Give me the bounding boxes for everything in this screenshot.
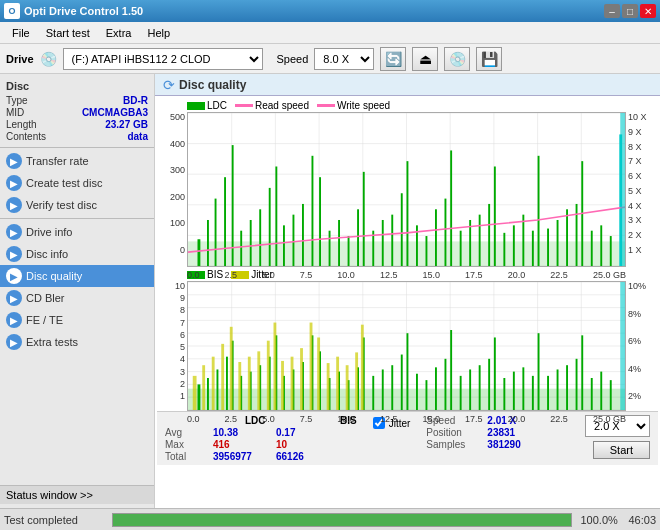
disc-info-block: Type BD-R MID CMCMAGBA3 Length 23.27 GB … — [0, 93, 154, 145]
disc-quality-label: Disc quality — [26, 270, 82, 282]
svg-rect-138 — [202, 365, 205, 410]
svg-rect-45 — [445, 199, 447, 266]
samples-label: Samples — [426, 439, 481, 450]
app-icon: O — [4, 3, 20, 19]
menu-help[interactable]: Help — [139, 25, 178, 41]
svg-rect-25 — [269, 188, 271, 266]
maximize-button[interactable]: □ — [622, 4, 638, 18]
svg-rect-52 — [503, 233, 505, 266]
svg-rect-134 — [591, 378, 593, 410]
svg-rect-122 — [488, 359, 490, 410]
menu-start-test[interactable]: Start test — [38, 25, 98, 41]
svg-rect-18 — [207, 220, 209, 266]
svg-rect-58 — [557, 220, 559, 266]
svg-rect-128 — [538, 333, 540, 410]
refresh-button[interactable]: 🔄 — [380, 47, 406, 71]
eject-button[interactable]: ⏏ — [412, 47, 438, 71]
svg-rect-139 — [212, 357, 215, 410]
stats-avg-row: Avg 10.38 0.17 — [165, 427, 357, 438]
sidebar-item-verify-test-disc[interactable]: ▶ Verify test disc — [0, 194, 154, 216]
menu-file[interactable]: File — [4, 25, 38, 41]
titlebar: O Opti Drive Control 1.50 – □ ✕ — [0, 0, 660, 22]
total-bis-val: 66126 — [276, 451, 304, 462]
position-val: 23831 — [487, 427, 515, 438]
sidebar-item-drive-info[interactable]: ▶ Drive info — [0, 221, 154, 243]
create-test-disc-icon: ▶ — [6, 175, 22, 191]
sidebar-item-create-test-disc[interactable]: ▶ Create test disc — [0, 172, 154, 194]
svg-rect-27 — [283, 225, 285, 266]
svg-rect-41 — [407, 161, 409, 266]
disc-button[interactable]: 💿 — [444, 47, 470, 71]
drive-select[interactable]: (F:) ATAPI iHBS112 2 CLOD — [63, 48, 263, 70]
svg-rect-53 — [513, 225, 515, 266]
cd-bler-icon: ▶ — [6, 290, 22, 306]
svg-rect-156 — [361, 325, 364, 410]
max-bis-val: 10 — [276, 439, 287, 450]
ldc-color — [187, 102, 205, 110]
svg-rect-126 — [522, 367, 524, 410]
svg-rect-39 — [391, 215, 393, 266]
read-speed-legend: Read speed — [235, 100, 309, 111]
disc-length-row: Length 23.27 GB — [6, 119, 148, 130]
divider2 — [0, 218, 154, 219]
fe-te-icon: ▶ — [6, 312, 22, 328]
avg-ldc-val: 10.38 — [213, 427, 268, 438]
svg-rect-153 — [336, 357, 339, 410]
svg-rect-46 — [450, 150, 452, 266]
stats-max-row: Max 416 10 — [165, 439, 357, 450]
progress-percent: 100.0% — [580, 514, 620, 526]
disc-quality-icon: ▶ — [6, 268, 22, 284]
sidebar-item-cd-bler[interactable]: ▶ CD Bler — [0, 287, 154, 309]
svg-rect-59 — [566, 209, 568, 266]
close-button[interactable]: ✕ — [640, 4, 656, 18]
chart2-y-left: 10 9 8 7 6 5 4 3 2 1 — [157, 281, 187, 411]
svg-rect-143 — [248, 357, 251, 410]
status-window-button[interactable]: Status window >> — [0, 485, 154, 504]
menu-extra[interactable]: Extra — [98, 25, 140, 41]
save-button[interactable]: 💾 — [476, 47, 502, 71]
minimize-button[interactable]: – — [604, 4, 620, 18]
svg-rect-56 — [538, 156, 540, 266]
content-header-icon: ⟳ — [163, 77, 175, 93]
svg-rect-125 — [513, 372, 515, 410]
window-controls: – □ ✕ — [604, 4, 656, 18]
chart1-svg-wrap: 0.0 2.5 5.0 7.5 10.0 12.5 15.0 17.5 20.0… — [187, 112, 626, 267]
divider1 — [0, 147, 154, 148]
avg-label: Avg — [165, 427, 205, 438]
speed-select[interactable]: 8.0 X — [314, 48, 374, 70]
content-header-title: Disc quality — [179, 78, 246, 92]
svg-rect-127 — [532, 376, 534, 410]
chart1-container: 500 400 300 200 100 0 — [157, 112, 658, 267]
svg-rect-123 — [494, 337, 496, 410]
extra-tests-label: Extra tests — [26, 336, 78, 348]
disc-mid-val: CMCMAGBA3 — [82, 107, 148, 118]
sidebar-item-transfer-rate[interactable]: ▶ Transfer rate — [0, 150, 154, 172]
create-test-disc-label: Create test disc — [26, 177, 102, 189]
drivebar: Drive 💿 (F:) ATAPI iHBS112 2 CLOD Speed … — [0, 44, 660, 74]
sidebar: Disc Type BD-R MID CMCMAGBA3 Length 23.2… — [0, 74, 155, 508]
disc-mid-row: MID CMCMAGBA3 — [6, 107, 148, 118]
disc-length-label: Length — [6, 119, 37, 130]
start-button[interactable]: Start — [593, 441, 650, 459]
svg-rect-130 — [557, 369, 559, 410]
chart1-y-left: 500 400 300 200 100 0 — [157, 112, 187, 267]
position-label: Position — [426, 427, 481, 438]
svg-rect-133 — [581, 335, 583, 410]
chart1-y-right: 10 X 9 X 8 X 7 X 6 X 5 X 4 X 3 X 2 X 1 X — [626, 112, 658, 267]
disc-contents-val: data — [127, 131, 148, 142]
transfer-rate-label: Transfer rate — [26, 155, 89, 167]
sidebar-item-fe-te[interactable]: ▶ FE / TE — [0, 309, 154, 331]
svg-rect-146 — [274, 323, 277, 410]
max-label: Max — [165, 439, 205, 450]
svg-rect-31 — [319, 177, 321, 266]
svg-rect-51 — [494, 166, 496, 266]
disc-info-label: Disc info — [26, 248, 68, 260]
chart1-x-labels: 0.0 2.5 5.0 7.5 10.0 12.5 15.0 17.5 20.0… — [187, 270, 626, 280]
svg-rect-57 — [547, 229, 549, 266]
sidebar-item-disc-quality[interactable]: ▶ Disc quality — [0, 265, 154, 287]
sidebar-item-disc-info[interactable]: ▶ Disc info — [0, 243, 154, 265]
svg-rect-90 — [207, 378, 209, 410]
sidebar-item-extra-tests[interactable]: ▶ Extra tests — [0, 331, 154, 353]
svg-rect-60 — [576, 204, 578, 266]
svg-rect-121 — [479, 365, 481, 410]
